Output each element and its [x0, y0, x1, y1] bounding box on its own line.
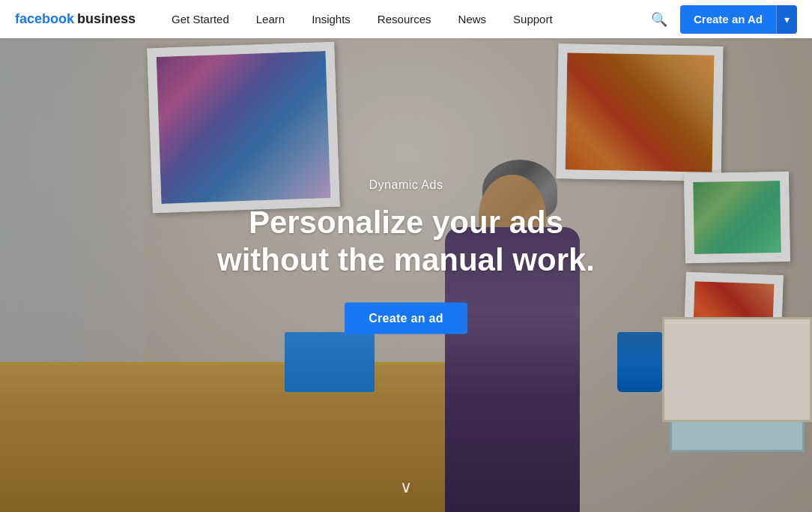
supply-box [285, 332, 375, 392]
create-ad-dropdown[interactable]: ▾ [776, 5, 797, 34]
paint-container [617, 332, 662, 392]
nav-links: Get Started Learn Insights Resources New… [158, 0, 644, 38]
hero-section: facebook business Get Started Learn Insi… [0, 0, 812, 512]
hero-content: Dynamic Ads Personalize your ads without… [203, 178, 609, 334]
nav-link-news[interactable]: News [445, 0, 500, 38]
nav-link-learn[interactable]: Learn [243, 0, 298, 38]
logo-facebook: facebook [15, 11, 74, 27]
chevron-down-icon: ▾ [784, 13, 790, 25]
scroll-indicator[interactable]: ∨ [400, 478, 412, 497]
hero-cta-button[interactable]: Create an ad [345, 303, 467, 334]
nav-link-insights[interactable]: Insights [298, 0, 364, 38]
logo-business: business [77, 11, 136, 27]
nav-link-get-started[interactable]: Get Started [158, 0, 243, 38]
create-ad-button[interactable]: Create an Ad [680, 5, 776, 34]
nav-link-support[interactable]: Support [500, 0, 566, 38]
logo[interactable]: facebook business [15, 11, 136, 27]
cta-wrap: Create an Ad ▾ [680, 5, 797, 34]
chevron-down-scroll-icon: ∨ [400, 478, 412, 496]
search-button[interactable]: 🔍 [644, 4, 674, 34]
hero-title: Personalize your ads without the manual … [203, 203, 609, 279]
nav-link-resources[interactable]: Resources [364, 0, 445, 38]
navbar: facebook business Get Started Learn Insi… [0, 0, 812, 38]
search-icon: 🔍 [651, 11, 667, 28]
canvas-panel-1 [662, 317, 812, 422]
hero-eyebrow: Dynamic Ads [203, 178, 609, 191]
nav-right: 🔍 Create an Ad ▾ [644, 4, 797, 34]
